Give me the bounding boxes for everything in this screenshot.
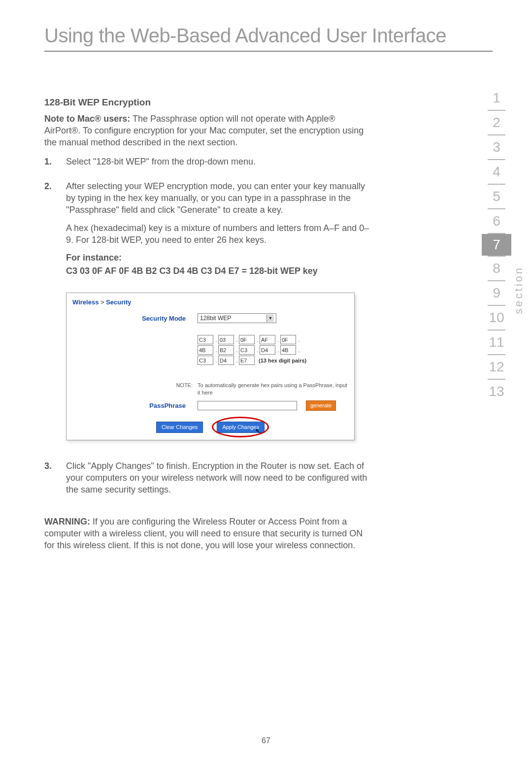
hex-input[interactable]: 4B: [280, 345, 296, 355]
warning-body: If you are configuring the Wireless Rout…: [44, 517, 363, 551]
breadcrumb-part-2[interactable]: Security: [106, 298, 131, 306]
hex-row-1: C3. 03. 0F. AF. 0F.: [198, 335, 348, 344]
security-mode-value: 128bit WEP: [200, 314, 231, 322]
generate-button[interactable]: generate: [306, 400, 336, 411]
title-rule: [44, 51, 493, 52]
section-nav-item-6[interactable]: 6: [482, 209, 511, 233]
section-nav-item-10[interactable]: 10: [482, 306, 511, 330]
step-2-number: 2.: [44, 180, 66, 283]
section-nav-item-13[interactable]: 13: [482, 380, 511, 403]
page-title: Using the Web-Based Advanced User Interf…: [44, 25, 493, 47]
hex-input[interactable]: C3: [198, 356, 213, 365]
hex-input[interactable]: 03: [218, 335, 234, 344]
warning-label: WARNING:: [44, 517, 90, 527]
step-2-text-1: After selecting your WEP encryption mode…: [66, 180, 369, 216]
passphrase-input[interactable]: [198, 401, 297, 410]
hex-input[interactable]: C3: [198, 335, 213, 344]
section-nav-item-12[interactable]: 12: [482, 355, 511, 379]
hex-input[interactable]: D4: [218, 356, 234, 365]
section-label: section: [512, 266, 525, 314]
step-1-number: 1.: [44, 156, 66, 173]
page-number: 67: [262, 736, 270, 745]
section-nav-item-7[interactable]: 7: [482, 234, 511, 256]
step-1-text: Select "128-bit WEP" from the drop-down …: [66, 156, 369, 167]
hex-row-3: C3. D4. E7 (13 hex digit pairs): [198, 356, 348, 365]
hex-input[interactable]: B2: [218, 345, 234, 355]
mac-note-label: Note to Mac® users:: [44, 114, 130, 124]
hex-input[interactable]: D4: [260, 345, 275, 355]
step-3-text: Click "Apply Changes" to finish. Encrypt…: [66, 460, 369, 496]
section-nav-item-2[interactable]: 2: [482, 111, 511, 134]
note-label: NOTE:: [72, 382, 198, 396]
hex-row-2: 4B. B2. C3. D4. 4B.: [198, 345, 348, 355]
mac-note: Note to Mac® users: The Passphrase optio…: [44, 113, 369, 149]
breadcrumb-sep: >: [99, 298, 106, 306]
hex-input[interactable]: E7: [239, 356, 255, 365]
warning: WARNING: If you are configuring the Wire…: [44, 516, 369, 552]
router-screenshot: Wireless > Security Security Mode 128bit…: [66, 293, 355, 440]
section-nav-item-4[interactable]: 4: [482, 160, 511, 184]
note-text: To automatically generate hex pairs usin…: [198, 382, 348, 396]
security-mode-label: Security Mode: [72, 314, 198, 323]
hex-input[interactable]: C3: [239, 345, 255, 355]
section-nav-item-11[interactable]: 11: [482, 330, 511, 354]
section-nav-item-3[interactable]: 3: [482, 135, 511, 159]
section-nav-item-8[interactable]: 8: [482, 257, 511, 280]
cursor-icon: ↖: [255, 427, 261, 436]
section-nav-item-5[interactable]: 5: [482, 185, 511, 208]
for-instance-label: For instance:: [66, 252, 369, 264]
clear-changes-button[interactable]: Clear Changes: [156, 422, 203, 433]
security-mode-select[interactable]: 128bit WEP ▼: [198, 313, 276, 323]
section-nav-item-9[interactable]: 9: [482, 281, 511, 305]
section-nav: 12345678910111213: [482, 86, 511, 403]
section-nav-item-1[interactable]: 1: [482, 86, 511, 110]
passphrase-label: PassPhrase: [72, 401, 198, 410]
hex-input[interactable]: 4B: [198, 345, 213, 355]
breadcrumb-part-1[interactable]: Wireless: [72, 298, 99, 306]
hex-input[interactable]: AF: [260, 335, 275, 344]
hex-input[interactable]: 0F: [280, 335, 296, 344]
hex-example: C3 03 0F AF 0F 4B B2 C3 D4 4B C3 D4 E7 =…: [66, 265, 369, 277]
hex-key-grid: C3. 03. 0F. AF. 0F. 4B. B2. C3. D4. 4B.: [198, 335, 348, 365]
step-2-text-2: A hex (hexadecimal) key is a mixture of …: [66, 222, 369, 246]
breadcrumb: Wireless > Security: [72, 298, 348, 307]
hex-input[interactable]: 0F: [239, 335, 255, 344]
chevron-down-icon: ▼: [266, 314, 274, 322]
section-heading: 128-Bit WEP Encryption: [44, 96, 369, 109]
hex-pairs-note: (13 hex digit pairs): [259, 357, 306, 364]
step-3-number: 3.: [44, 460, 66, 502]
